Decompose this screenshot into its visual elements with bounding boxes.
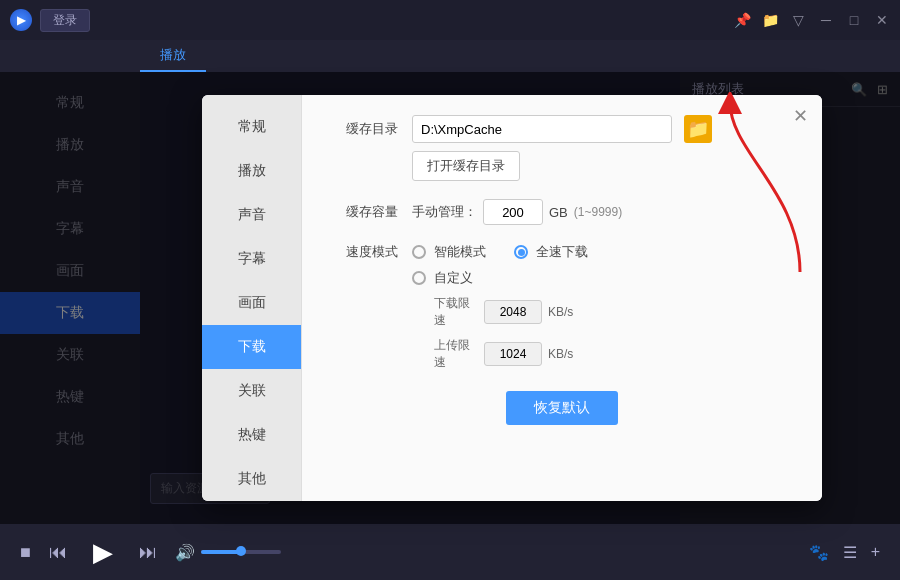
speed-mode-label: 速度模式 [326, 243, 398, 261]
title-bar-right: 📌 📁 ▽ ─ □ ✕ [734, 12, 890, 28]
modal-nav-download[interactable]: 下载 [202, 325, 301, 369]
modal-nav: 常规 播放 声音 字幕 画面 下载 关联 热键 其他 [202, 95, 302, 501]
modal-nav-picture[interactable]: 画面 [202, 281, 301, 325]
login-button[interactable]: 登录 [40, 9, 90, 32]
full-speed-label: 全速下载 [536, 243, 588, 261]
volume-bar[interactable] [201, 550, 281, 554]
title-bar: ▶ 登录 📌 📁 ▽ ─ □ ✕ [0, 0, 900, 40]
cache-capacity-label: 缓存容量 [326, 203, 398, 221]
open-dir-row: 打开缓存目录 [412, 151, 798, 181]
smart-mode-label: 智能模式 [434, 243, 486, 261]
folder-icon[interactable]: 📁 [762, 12, 778, 28]
capacity-controls: 手动管理： GB (1~9999) [412, 199, 622, 225]
tab-play[interactable]: 播放 [140, 40, 206, 72]
maximize-icon[interactable]: □ [846, 12, 862, 28]
modal-nav-audio[interactable]: 声音 [202, 193, 301, 237]
cache-size-input[interactable] [483, 199, 543, 225]
play-button[interactable]: ▶ [85, 534, 121, 570]
next-button[interactable]: ⏭ [139, 542, 157, 563]
playlist-icon[interactable]: 🐾 [809, 543, 829, 562]
modal-nav-hotkey[interactable]: 热键 [202, 413, 301, 457]
volume-thumb [236, 546, 246, 556]
smart-mode-row: 智能模式 全速下载 [412, 243, 588, 261]
modal-nav-subtitle[interactable]: 字幕 [202, 237, 301, 281]
open-dir-button[interactable]: 打开缓存目录 [412, 151, 520, 181]
volume-icon[interactable]: 🔊 [175, 543, 195, 562]
speed-mode-row: 速度模式 智能模式 全速下载 自定义 [326, 243, 798, 371]
menu-icon[interactable]: ▽ [790, 12, 806, 28]
full-speed-radio[interactable] [514, 245, 528, 259]
modal-nav-other[interactable]: 其他 [202, 457, 301, 501]
title-bar-left: ▶ 登录 [10, 9, 90, 32]
modal-close-button[interactable]: ✕ [793, 105, 808, 127]
add-icon[interactable]: + [871, 543, 880, 561]
download-speed-input[interactable] [484, 300, 542, 324]
cache-capacity-row: 缓存容量 手动管理： GB (1~9999) [326, 199, 798, 225]
tab-bar: 播放 [0, 40, 900, 72]
cache-dir-row: 缓存目录 📁 [326, 115, 798, 143]
app-logo: ▶ [10, 9, 32, 31]
settings-modal: ✕ 常规 播放 声音 字幕 画面 下载 关联 热键 其他 缓存目录 [202, 95, 822, 501]
download-speed-row: 下载限速 KB/s [434, 295, 588, 329]
prev-button[interactable]: ⏮ [49, 542, 67, 563]
cache-dir-input[interactable] [412, 115, 672, 143]
modal-content: 缓存目录 📁 打开缓存目录 缓存容量 手动管理： [302, 95, 822, 501]
upload-speed-row: 上传限速 KB/s [434, 337, 588, 371]
speed-controls: 智能模式 全速下载 自定义 下载限速 KB [412, 243, 588, 371]
custom-mode-row: 自定义 [412, 269, 588, 287]
browse-folder-icon[interactable]: 📁 [684, 115, 712, 143]
smart-mode-radio[interactable] [412, 245, 426, 259]
modal-nav-general[interactable]: 常规 [202, 105, 301, 149]
upload-speed-unit: KB/s [548, 347, 573, 361]
cache-unit: GB [549, 205, 568, 220]
restore-default-button[interactable]: 恢复默认 [506, 391, 618, 425]
close-icon[interactable]: ✕ [874, 12, 890, 28]
modal-nav-related[interactable]: 关联 [202, 369, 301, 413]
upload-speed-input[interactable] [484, 342, 542, 366]
pin-icon[interactable]: 📌 [734, 12, 750, 28]
main-area: 常规 播放 声音 字幕 画面 下载 关联 热键 其他 输入资源... 播放列表 … [0, 72, 900, 524]
stop-button[interactable]: ■ [20, 542, 31, 563]
custom-label: 自定义 [434, 269, 473, 287]
modal-nav-play[interactable]: 播放 [202, 149, 301, 193]
download-speed-label: 下载限速 [434, 295, 478, 329]
menu-list-icon[interactable]: ☰ [843, 543, 857, 562]
manage-label: 手动管理： [412, 203, 477, 221]
volume-area: 🔊 [175, 543, 281, 562]
volume-fill [201, 550, 241, 554]
cache-range: (1~9999) [574, 205, 622, 219]
download-speed-unit: KB/s [548, 305, 573, 319]
player-right: 🐾 ☰ + [809, 543, 880, 562]
player-bar: ■ ⏮ ▶ ⏭ 🔊 🐾 ☰ + [0, 524, 900, 580]
cache-dir-label: 缓存目录 [326, 120, 398, 138]
player-controls: ■ ⏮ ▶ ⏭ 🔊 [20, 534, 281, 570]
minimize-icon[interactable]: ─ [818, 12, 834, 28]
upload-speed-label: 上传限速 [434, 337, 478, 371]
custom-radio[interactable] [412, 271, 426, 285]
